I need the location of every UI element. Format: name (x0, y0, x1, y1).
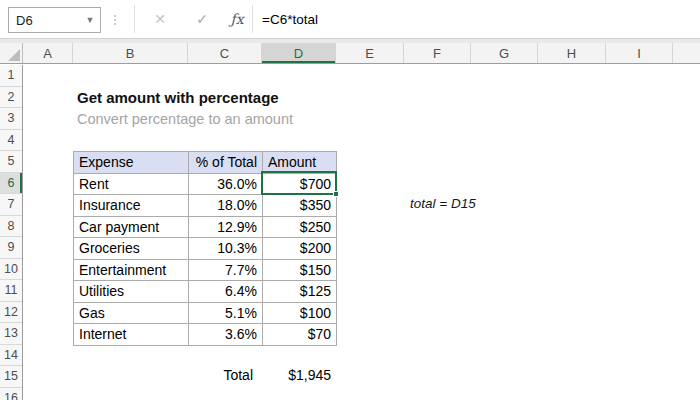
formula-bar-separator (134, 5, 135, 33)
column-header-c[interactable]: C (188, 43, 262, 63)
name-box-value: D6 (9, 13, 80, 28)
row-header-9[interactable]: 9 (0, 237, 22, 259)
cell-c7[interactable]: 18.0% (189, 195, 263, 217)
row-header-6-selected[interactable]: 6 (0, 173, 22, 195)
name-box-dropdown-icon[interactable]: ▼ (80, 15, 100, 25)
cell-d13[interactable]: $70 (263, 324, 337, 346)
cell-b10[interactable]: Entertainment (74, 259, 189, 281)
cell-c6[interactable]: 36.0% (189, 173, 263, 195)
cell-d15-total-value[interactable]: $1,945 (263, 367, 335, 389)
header-expense[interactable]: Expense (74, 152, 189, 174)
cell-c12[interactable]: 5.1% (189, 302, 263, 324)
header-amount[interactable]: Amount (263, 152, 337, 174)
column-headers: A B C D E F G H I (0, 43, 700, 64)
formula-bar-grip-icon (114, 9, 116, 31)
row-header-10[interactable]: 10 (0, 259, 22, 281)
cell-d7[interactable]: $350 (263, 195, 337, 217)
row-header-16[interactable]: 16 (0, 388, 22, 400)
insert-function-icon[interactable]: ƒx (222, 0, 252, 38)
formula-input[interactable]: =C6*total (262, 0, 318, 38)
row-header-7[interactable]: 7 (0, 194, 22, 216)
header-pct-of-total[interactable]: % of Total (189, 152, 263, 174)
cell-b7[interactable]: Insurance (74, 195, 189, 217)
select-all-corner[interactable] (0, 43, 23, 63)
row-header-14[interactable]: 14 (0, 345, 22, 367)
column-header-h[interactable]: H (538, 43, 606, 63)
cell-d10[interactable]: $150 (263, 259, 337, 281)
column-header-g[interactable]: G (471, 43, 538, 63)
table-row: Gas 5.1% $100 (74, 302, 337, 324)
cell-b8[interactable]: Car payment (74, 216, 189, 238)
table-row: Entertainment 7.7% $150 (74, 259, 337, 281)
cell-c10[interactable]: 7.7% (189, 259, 263, 281)
column-header-filler (673, 43, 700, 63)
column-header-e[interactable]: E (336, 43, 404, 63)
cell-b11[interactable]: Utilities (74, 281, 189, 303)
name-box[interactable]: D6 ▼ (8, 7, 101, 33)
row-header-12[interactable]: 12 (0, 302, 22, 324)
row-header-15[interactable]: 15 (0, 366, 22, 388)
formula-bar: D6 ▼ ✕ ✓ ƒx =C6*total (0, 0, 700, 38)
row-header-5[interactable]: 5 (0, 151, 22, 173)
cell-c15-total-label[interactable]: Total (188, 367, 258, 389)
cell-d9[interactable]: $200 (263, 238, 337, 260)
cell-c11[interactable]: 6.4% (189, 281, 263, 303)
row-headers: 1 2 3 4 5 6 7 8 9 10 11 12 13 14 15 16 (0, 65, 23, 400)
column-header-b[interactable]: B (73, 43, 188, 63)
table-row: Internet 3.6% $70 (74, 324, 337, 346)
excel-window: D6 ▼ ✕ ✓ ƒx =C6*total A B C D E F G H I … (0, 0, 700, 400)
column-header-f[interactable]: F (404, 43, 471, 63)
row-header-3[interactable]: 3 (0, 108, 22, 130)
note-total-named-range: total = D15 (410, 196, 476, 211)
row-header-13[interactable]: 13 (0, 323, 22, 345)
cell-d8[interactable]: $250 (263, 216, 337, 238)
cell-b13[interactable]: Internet (74, 324, 189, 346)
row-header-2[interactable]: 2 (0, 87, 22, 109)
row-header-4[interactable]: 4 (0, 130, 22, 152)
cell-d12[interactable]: $100 (263, 302, 337, 324)
cell-b6[interactable]: Rent (74, 173, 189, 195)
fill-handle[interactable] (333, 191, 339, 197)
sheet-subtitle: Convert percentage to an amount (77, 111, 293, 127)
table-row: Groceries 10.3% $200 (74, 238, 337, 260)
formula-bar-separator (252, 5, 253, 33)
row-header-8[interactable]: 8 (0, 216, 22, 238)
column-header-d-selected[interactable]: D (262, 43, 336, 63)
row-header-11[interactable]: 11 (0, 280, 22, 302)
table-header-row: Expense % of Total Amount (74, 152, 337, 174)
column-header-i[interactable]: I (606, 43, 673, 63)
cell-c9[interactable]: 10.3% (189, 238, 263, 260)
select-all-triangle-icon (8, 49, 20, 61)
cell-b9[interactable]: Groceries (74, 238, 189, 260)
column-header-a[interactable]: A (23, 43, 73, 63)
cell-c8[interactable]: 12.9% (189, 216, 263, 238)
worksheet[interactable]: Get amount with percentage Convert perce… (23, 65, 700, 400)
table-row: Insurance 18.0% $350 (74, 195, 337, 217)
enter-icon[interactable]: ✓ (182, 0, 222, 38)
table-row: Utilities 6.4% $125 (74, 281, 337, 303)
cell-c13[interactable]: 3.6% (189, 324, 263, 346)
selected-cell-outline[interactable] (261, 171, 337, 195)
cell-d11[interactable]: $125 (263, 281, 337, 303)
table-row: Car payment 12.9% $250 (74, 216, 337, 238)
cell-b12[interactable]: Gas (74, 302, 189, 324)
cancel-icon[interactable]: ✕ (140, 0, 180, 38)
row-header-1[interactable]: 1 (0, 65, 22, 87)
sheet-title: Get amount with percentage (77, 89, 279, 106)
